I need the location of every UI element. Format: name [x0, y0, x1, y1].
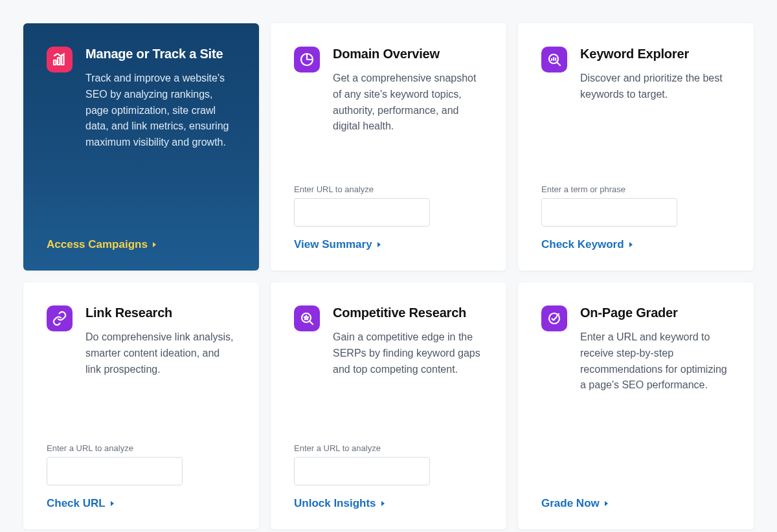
input-label: Enter a URL to analyze — [47, 443, 236, 453]
bar-chart-up-icon — [47, 47, 73, 72]
card-description: Enter a URL and keyword to receive step-… — [580, 329, 730, 393]
svg-line-5 — [557, 62, 560, 65]
pie-chart-icon — [294, 47, 320, 72]
action-label: Check Keyword — [541, 238, 624, 251]
magnify-chart-icon — [541, 47, 567, 72]
action-label: Check URL — [47, 497, 106, 510]
card-description: Get a comprehensive snapshot of any site… — [333, 71, 483, 135]
card-competitive-research: Competitive Research Gain a competitive … — [271, 282, 506, 529]
view-summary-link[interactable]: View Summary — [294, 238, 381, 251]
card-link-research: Link Research Do comprehensive link anal… — [23, 282, 259, 529]
action-label: Grade Now — [541, 497, 600, 510]
card-title: Domain Overview — [333, 47, 483, 61]
svg-rect-0 — [54, 60, 56, 65]
chevron-right-icon — [153, 242, 156, 247]
input-label: Enter URL to analyze — [294, 184, 483, 194]
card-domain-overview: Domain Overview Get a comprehensive snap… — [271, 23, 506, 271]
unlock-insights-link[interactable]: Unlock Insights — [294, 497, 385, 510]
action-label: View Summary — [294, 238, 372, 251]
svg-rect-2 — [62, 55, 64, 65]
chevron-right-icon — [629, 242, 633, 247]
card-description: Discover and prioritize the best keyword… — [580, 71, 730, 103]
svg-rect-1 — [58, 58, 60, 65]
target-check-icon — [541, 305, 567, 331]
input-label: Enter a term or phrase — [541, 184, 730, 194]
grade-now-link[interactable]: Grade Now — [541, 497, 608, 510]
card-title: Keyword Explorer — [580, 47, 730, 61]
domain-overview-input[interactable] — [294, 198, 430, 227]
link-research-input[interactable] — [47, 457, 183, 485]
access-campaigns-link[interactable]: Access Campaigns — [47, 238, 156, 251]
svg-line-7 — [310, 321, 313, 324]
card-description: Track and improve a website's SEO by ana… — [85, 71, 236, 151]
card-manage-track-site: Manage or Track a Site Track and improve… — [23, 23, 259, 271]
chevron-right-icon — [377, 242, 381, 247]
card-keyword-explorer: Keyword Explorer Discover and prioritize… — [518, 23, 754, 271]
action-label: Access Campaigns — [47, 238, 148, 251]
card-on-page-grader: On-Page Grader Enter a URL and keyword t… — [518, 282, 754, 529]
competitive-research-input[interactable] — [294, 457, 430, 485]
card-title: Manage or Track a Site — [85, 47, 236, 61]
action-label: Unlock Insights — [294, 497, 376, 510]
card-description: Do comprehensive link analysis, smarter … — [85, 329, 236, 377]
chevron-right-icon — [605, 501, 608, 506]
card-title: On-Page Grader — [580, 305, 730, 320]
cards-grid: Manage or Track a Site Track and improve… — [23, 23, 754, 529]
input-label: Enter a URL to analyze — [294, 443, 483, 453]
keyword-explorer-input[interactable] — [541, 198, 677, 227]
link-icon — [47, 305, 73, 331]
card-title: Competitive Research — [333, 305, 483, 320]
card-title: Link Research — [85, 305, 236, 320]
star-magnify-icon — [294, 305, 320, 331]
chevron-right-icon — [381, 501, 385, 506]
check-url-link[interactable]: Check URL — [47, 497, 114, 510]
card-description: Gain a competitive edge in the SERPs by … — [333, 329, 483, 377]
chevron-right-icon — [111, 501, 114, 506]
check-keyword-link[interactable]: Check Keyword — [541, 238, 633, 251]
